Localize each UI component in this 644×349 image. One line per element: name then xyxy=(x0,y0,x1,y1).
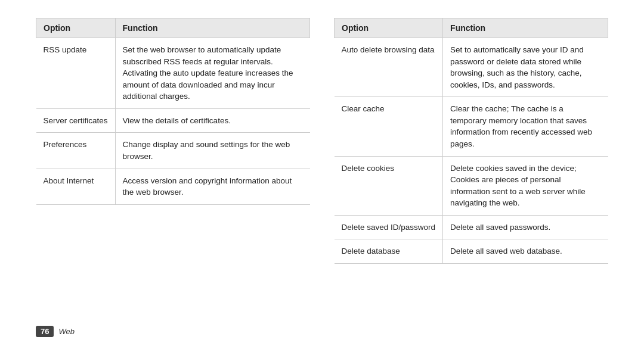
left-table-wrapper: Option Function RSS updateSet the web br… xyxy=(36,18,310,316)
left-col1-header: Option xyxy=(36,18,116,38)
right-option-cell: Auto delete browsing data xyxy=(335,38,443,97)
page-number: 76 xyxy=(36,326,54,337)
tables-container: Option Function RSS updateSet the web br… xyxy=(36,18,608,316)
left-col2-header: Function xyxy=(115,18,309,38)
right-table: Option Function Auto delete browsing dat… xyxy=(334,18,608,264)
right-function-cell: Set to automatically save your ID and pa… xyxy=(443,38,608,97)
left-table-row: Server certificatesView the details of c… xyxy=(36,108,310,133)
right-option-cell: Delete saved ID/password xyxy=(335,215,443,239)
right-table-row: Delete databaseDelete all saved web data… xyxy=(335,239,608,264)
right-function-cell: Delete cookies saved in the device; Cook… xyxy=(443,156,608,215)
right-table-row: Auto delete browsing dataSet to automati… xyxy=(335,38,608,97)
right-col1-header: Option xyxy=(335,18,443,38)
right-function-cell: Delete all saved passwords. xyxy=(443,215,608,239)
left-option-cell: RSS update xyxy=(36,38,116,109)
right-table-row: Delete saved ID/passwordDelete all saved… xyxy=(335,215,608,239)
right-option-cell: Delete database xyxy=(335,239,443,264)
left-option-cell: Preferences xyxy=(36,133,116,169)
left-function-cell: Access version and copyright information… xyxy=(115,169,309,204)
right-col2-header: Function xyxy=(443,18,608,38)
left-option-cell: Server certificates xyxy=(36,108,116,133)
footer: 76 Web xyxy=(36,326,608,337)
left-option-cell: About Internet xyxy=(36,169,116,204)
left-function-cell: Change display and sound settings for th… xyxy=(115,133,309,169)
right-table-row: Clear cacheClear the cache; The cache is… xyxy=(335,97,608,156)
left-function-cell: Set the web browser to automatically upd… xyxy=(115,38,309,109)
left-table-row: RSS updateSet the web browser to automat… xyxy=(36,38,310,109)
right-table-wrapper: Option Function Auto delete browsing dat… xyxy=(334,18,608,316)
right-function-cell: Clear the cache; The cache is a temporar… xyxy=(443,97,608,156)
right-table-row: Delete cookiesDelete cookies saved in th… xyxy=(335,156,608,215)
right-option-cell: Clear cache xyxy=(335,97,443,156)
left-table-row: About InternetAccess version and copyrig… xyxy=(36,169,310,204)
footer-label: Web xyxy=(58,327,75,336)
right-function-cell: Delete all saved web database. xyxy=(443,239,608,264)
left-table-row: PreferencesChange display and sound sett… xyxy=(36,133,310,169)
left-function-cell: View the details of certificates. xyxy=(115,108,309,133)
right-option-cell: Delete cookies xyxy=(335,156,443,215)
left-table: Option Function RSS updateSet the web br… xyxy=(36,18,310,205)
